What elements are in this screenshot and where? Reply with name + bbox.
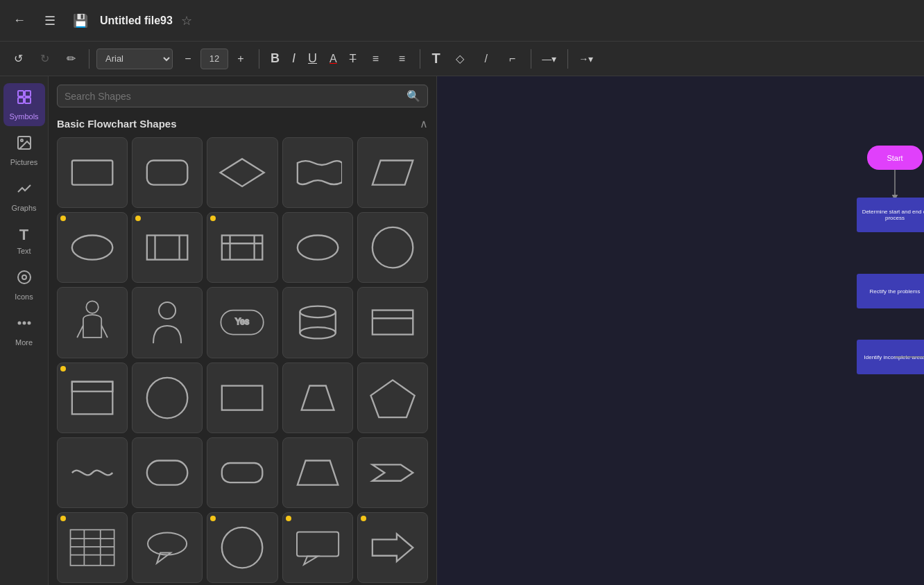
shape-data-store[interactable] xyxy=(357,287,428,358)
svg-point-8 xyxy=(18,322,20,324)
underline-button[interactable]: U xyxy=(304,49,321,69)
shape-callout-rect[interactable] xyxy=(282,512,353,583)
shape-callout-oval[interactable] xyxy=(132,512,203,583)
svg-point-7 xyxy=(22,275,26,279)
svg-point-15 xyxy=(72,236,112,260)
svg-marker-58 xyxy=(373,534,413,561)
save-button[interactable]: 💾 xyxy=(69,10,92,32)
svg-rect-35 xyxy=(373,311,413,335)
back-button[interactable]: ← xyxy=(8,10,31,32)
shape-cylinder[interactable] xyxy=(282,287,353,358)
search-icon: 🔍 xyxy=(407,89,420,103)
corner-button[interactable]: ⌐ xyxy=(502,48,524,70)
svg-rect-38 xyxy=(72,381,112,391)
fill-button[interactable]: ◇ xyxy=(449,48,471,70)
start-label: Start xyxy=(887,154,902,162)
shape-pentagon[interactable] xyxy=(357,363,428,433)
shape-circle[interactable] xyxy=(357,212,428,283)
svg-rect-56 xyxy=(297,532,339,557)
bold-button[interactable]: B xyxy=(266,49,284,69)
shape-predefined[interactable] xyxy=(207,212,277,283)
sidebar-item-graphs[interactable]: Graphs xyxy=(3,175,45,218)
shape-rounded-rect[interactable] xyxy=(132,137,203,208)
shape-diamond[interactable] xyxy=(207,137,277,208)
redo-button[interactable]: ↻ xyxy=(33,48,55,70)
shape-parallelogram[interactable] xyxy=(357,137,428,208)
stroke-color-button[interactable]: / xyxy=(475,48,497,70)
section-header: Basic Flowchart Shapes ∧ xyxy=(57,117,428,130)
svg-point-23 xyxy=(297,236,337,260)
menu-button[interactable]: ☰ xyxy=(39,10,61,32)
svg-rect-3 xyxy=(25,98,31,103)
star-button[interactable]: ☆ xyxy=(181,13,192,28)
font-size-input[interactable] xyxy=(200,49,228,69)
file-title: Untitled file93 xyxy=(100,15,173,27)
undo-button[interactable]: ↺ xyxy=(7,48,29,70)
font-color-button[interactable]: A xyxy=(325,49,341,69)
toolbar-divider-5 xyxy=(567,49,568,69)
text-style-button[interactable]: T xyxy=(427,49,444,69)
shape-process[interactable] xyxy=(132,212,203,283)
shape-circle2[interactable] xyxy=(132,363,203,433)
shape-process-arrow[interactable] xyxy=(357,512,428,583)
canvas-area[interactable]: Process Map Examples Start Determine sta… xyxy=(437,76,924,585)
svg-rect-12 xyxy=(147,161,187,185)
increase-font-button[interactable]: + xyxy=(230,48,252,70)
step7-node[interactable] xyxy=(857,340,924,374)
collapse-button[interactable]: ∧ xyxy=(420,117,428,130)
search-input[interactable] xyxy=(65,91,407,102)
shape-yes-decision[interactable]: Yes xyxy=(207,287,277,358)
svg-point-53 xyxy=(148,533,187,555)
toolbar-divider-3 xyxy=(420,49,420,69)
shape-frame[interactable] xyxy=(57,363,128,433)
svg-rect-1 xyxy=(25,91,31,96)
search-bar[interactable]: 🔍 xyxy=(57,85,428,107)
sidebar-item-icons[interactable]: Icons xyxy=(3,263,45,306)
decrease-font-button[interactable]: − xyxy=(177,48,199,70)
svg-marker-57 xyxy=(304,557,318,565)
shape-rounded3[interactable] xyxy=(207,437,277,508)
shape-rect2[interactable] xyxy=(207,363,277,433)
more-icon xyxy=(16,315,33,335)
shape-wave[interactable] xyxy=(57,437,128,508)
shape-wavy-rect[interactable] xyxy=(282,137,353,208)
shape-ellipse[interactable] xyxy=(282,212,353,283)
align-button[interactable]: ≡ xyxy=(364,48,386,70)
shape-oval[interactable] xyxy=(57,212,128,283)
sidebar-item-pictures[interactable]: Pictures xyxy=(3,129,45,172)
icons-icon xyxy=(16,269,33,290)
svg-point-28 xyxy=(159,302,176,319)
svg-marker-46 xyxy=(373,464,413,480)
shape-person[interactable] xyxy=(57,287,128,358)
eraser-button[interactable]: ✏ xyxy=(60,48,82,70)
shape-arrow-shape[interactable] xyxy=(357,437,428,508)
shape-user-silhouette[interactable] xyxy=(132,287,203,358)
shape-rectangle[interactable] xyxy=(57,137,128,208)
shape-table-thumb[interactable] xyxy=(57,512,128,583)
font-select[interactable]: Arial xyxy=(96,49,173,69)
shape-circle3[interactable] xyxy=(207,512,277,583)
svg-point-25 xyxy=(86,302,99,314)
svg-point-31 xyxy=(300,306,335,317)
step1-node[interactable] xyxy=(857,198,924,232)
svg-marker-42 xyxy=(370,380,414,417)
italic-button[interactable]: I xyxy=(288,49,300,69)
sidebar-item-more[interactable]: More xyxy=(3,309,45,352)
sidebar-item-symbols[interactable]: Symbols xyxy=(3,83,45,126)
arrow-style-button[interactable]: →▾ xyxy=(575,48,597,70)
start-node[interactable] xyxy=(867,146,923,170)
svg-marker-41 xyxy=(301,385,334,410)
shape-trapezoid2[interactable] xyxy=(282,437,353,508)
more-label: More xyxy=(15,338,33,347)
svg-rect-44 xyxy=(222,463,262,482)
shape-rounded2[interactable] xyxy=(132,437,203,508)
main-layout: Symbols Pictures Graphs T Text xyxy=(0,76,924,585)
strikethrough-button[interactable]: T xyxy=(345,49,361,69)
line-style-button[interactable]: —▾ xyxy=(538,48,561,70)
step4-node[interactable] xyxy=(857,274,924,308)
toolbar-divider-2 xyxy=(259,49,259,69)
canvas-svg: Process Map Examples Start Determine sta… xyxy=(437,76,924,585)
text-align-button[interactable]: ≡ xyxy=(391,48,413,70)
shape-trapezoid[interactable] xyxy=(282,363,353,433)
sidebar-item-text[interactable]: T Text xyxy=(3,220,45,261)
